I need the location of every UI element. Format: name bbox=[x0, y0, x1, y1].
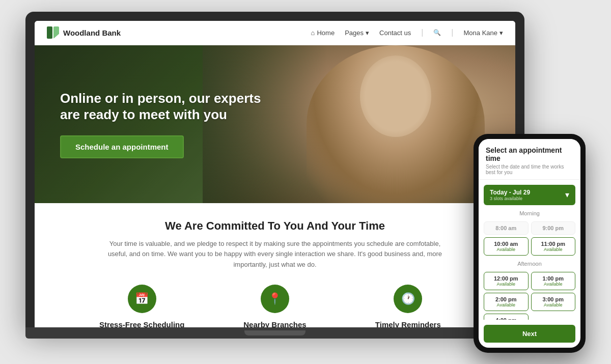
slot-status: Available bbox=[488, 282, 524, 287]
laptop-notch bbox=[244, 330, 306, 335]
time-slot-11pm[interactable]: 11:00 pm Available bbox=[531, 237, 576, 256]
feature-scheduling: 📅 Stress-Free Scheduling Our online sche… bbox=[86, 285, 198, 327]
slot-time: 11:00 pm bbox=[536, 241, 571, 247]
slot-time: 8:00 am bbox=[488, 225, 524, 231]
time-slot-4pm[interactable]: 4:00 pm Available bbox=[484, 314, 529, 320]
time-slot-2pm[interactable]: 2:00 pm Available bbox=[484, 293, 529, 311]
user-menu[interactable]: Mona Kane ▾ bbox=[464, 29, 504, 37]
date-selector[interactable]: Today - Jul 29 3 slots available ▾ bbox=[484, 185, 575, 205]
scene: Woodland Bank ⌂ Home Pages ▾ Contact us bbox=[25, 12, 586, 353]
time-slot-10am[interactable]: 10:00 am Available bbox=[484, 237, 529, 256]
laptop-screen: Woodland Bank ⌂ Home Pages ▾ Contact us bbox=[35, 21, 515, 327]
time-slot-8am[interactable]: 8:00 am bbox=[484, 221, 529, 235]
nav-contact-link[interactable]: Contact us bbox=[379, 29, 411, 37]
hero-title: Online or in person, our experts are rea… bbox=[60, 90, 264, 123]
phone-footer: Next bbox=[479, 320, 580, 348]
site-nav: Woodland Bank ⌂ Home Pages ▾ Contact us bbox=[35, 21, 515, 45]
phone-body: Today - Jul 29 3 slots available ▾ Morni… bbox=[479, 180, 580, 320]
chevron-down-icon: ▾ bbox=[366, 29, 369, 37]
phone-device: Select an appointment time Select the da… bbox=[474, 134, 586, 353]
scheduling-icon: 📅 bbox=[128, 285, 156, 313]
nav-pages-link[interactable]: Pages ▾ bbox=[345, 29, 369, 37]
slots-available: 3 slots available bbox=[490, 196, 530, 201]
hero-section: Online or in person, our experts are rea… bbox=[35, 45, 515, 203]
slot-time: 1:00 pm bbox=[536, 275, 571, 282]
brand-logo-icon bbox=[47, 26, 59, 39]
slot-time: 10:00 am bbox=[488, 241, 524, 247]
laptop-base bbox=[25, 327, 524, 339]
commitment-section: We Are Committed To You And Your Time Yo… bbox=[35, 203, 515, 327]
phone-modal-title: Select an appointment time bbox=[486, 146, 573, 162]
afternoon-slots: 12:00 pm Available 1:00 pm Available 2:0… bbox=[484, 272, 575, 320]
feature-reminders-title: Timely Reminders bbox=[352, 320, 464, 327]
time-slot-1pm[interactable]: 1:00 pm Available bbox=[531, 272, 576, 290]
search-icon[interactable]: 🔍 bbox=[433, 29, 441, 36]
laptop-device: Woodland Bank ⌂ Home Pages ▾ Contact us bbox=[25, 12, 524, 343]
nav-divider-2: | bbox=[451, 28, 453, 37]
branches-icon: 📍 bbox=[261, 285, 289, 313]
slot-time: 9:00 pm bbox=[536, 225, 571, 231]
phone-header: Select an appointment time Select the da… bbox=[479, 139, 580, 180]
reminders-icon: 🕐 bbox=[394, 285, 422, 313]
nav-links: ⌂ Home Pages ▾ Contact us | 🔍 | bbox=[311, 28, 503, 37]
morning-slots: 8:00 am 9:00 pm 10:00 am Available 11:00… bbox=[484, 221, 575, 256]
person-face bbox=[360, 55, 431, 137]
morning-label: Morning bbox=[484, 210, 575, 216]
slot-time: 2:00 pm bbox=[488, 296, 524, 302]
hero-content: Online or in person, our experts are rea… bbox=[35, 70, 289, 179]
phone-screen: Select an appointment time Select the da… bbox=[479, 139, 580, 348]
brand-name: Woodland Bank bbox=[63, 29, 121, 37]
user-chevron-icon: ▾ bbox=[499, 29, 503, 37]
feature-branches: 📍 Nearby Branches We make it easy to cho… bbox=[219, 285, 331, 327]
nav-home-link[interactable]: ⌂ Home bbox=[311, 29, 335, 37]
slot-time: 3:00 pm bbox=[536, 296, 571, 302]
afternoon-label: Afternoon bbox=[484, 261, 575, 267]
laptop-frame: Woodland Bank ⌂ Home Pages ▾ Contact us bbox=[25, 12, 524, 327]
slot-status: Available bbox=[488, 247, 524, 252]
features-row: 📅 Stress-Free Scheduling Our online sche… bbox=[65, 285, 485, 327]
slot-status: Available bbox=[488, 302, 524, 307]
commitment-title: We Are Committed To You And Your Time bbox=[65, 219, 485, 233]
commitment-body: Your time is valuable, and we pledge to … bbox=[102, 239, 448, 270]
selected-date: Today - Jul 29 bbox=[490, 189, 530, 196]
nav-divider: | bbox=[421, 28, 423, 37]
feature-reminders: 🕐 Timely Reminders Our automated confirm… bbox=[352, 285, 464, 327]
feature-scheduling-title: Stress-Free Scheduling bbox=[86, 320, 198, 327]
feature-branches-title: Nearby Branches bbox=[219, 320, 331, 327]
slot-time: 12:00 pm bbox=[488, 275, 524, 282]
slot-status: Available bbox=[536, 302, 571, 307]
nav-logo: Woodland Bank bbox=[47, 26, 121, 39]
phone-modal-subtitle: Select the date and time the works best … bbox=[486, 164, 573, 175]
slot-status: Available bbox=[536, 282, 571, 287]
slot-status: Available bbox=[536, 247, 571, 252]
time-slot-9pm[interactable]: 9:00 pm bbox=[531, 221, 576, 235]
hero-person-image bbox=[307, 45, 485, 203]
date-chevron-icon: ▾ bbox=[565, 190, 569, 200]
time-slot-12pm[interactable]: 12:00 pm Available bbox=[484, 272, 529, 290]
next-button[interactable]: Next bbox=[484, 325, 575, 343]
home-icon: ⌂ bbox=[311, 29, 315, 37]
schedule-cta-button[interactable]: Schedule an appointment bbox=[60, 135, 184, 158]
time-slot-3pm[interactable]: 3:00 pm Available bbox=[531, 293, 576, 311]
